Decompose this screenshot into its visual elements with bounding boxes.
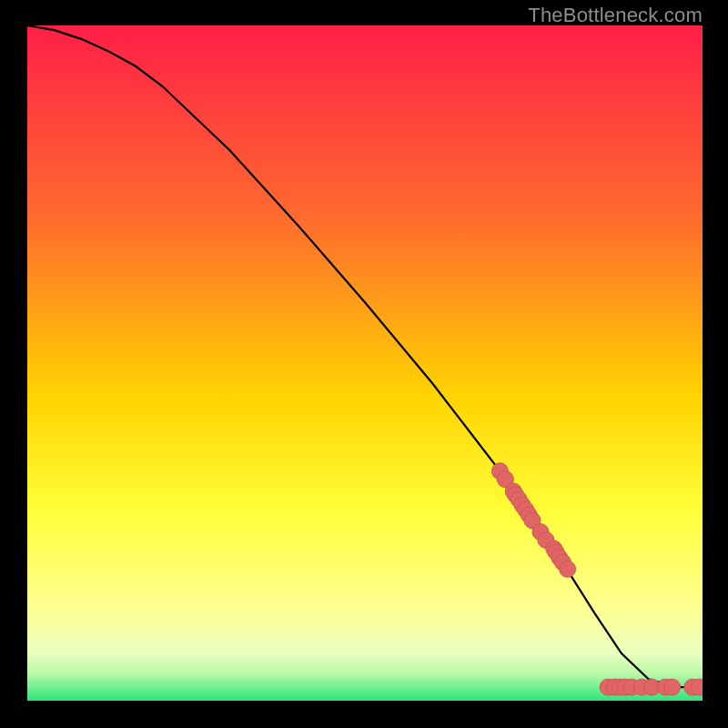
markers-flat — [600, 679, 703, 695]
watermark-text: TheBottleneck.com — [528, 4, 703, 27]
data-marker — [664, 679, 681, 695]
chart-svg — [27, 25, 703, 701]
data-marker — [691, 679, 703, 695]
plot-area — [27, 25, 703, 701]
data-marker — [560, 561, 576, 577]
chart-frame: TheBottleneck.com — [0, 0, 728, 728]
gradient-background — [27, 25, 703, 701]
